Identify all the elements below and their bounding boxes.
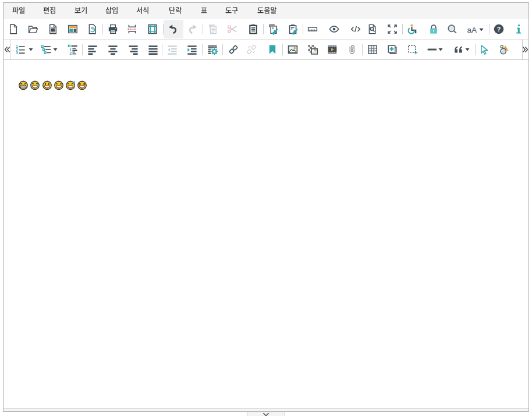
- svg-text:?: ?: [497, 25, 501, 32]
- svg-text:2: 2: [69, 51, 72, 55]
- svg-text:3: 3: [16, 51, 18, 55]
- svg-text:aA: aA: [467, 26, 477, 34]
